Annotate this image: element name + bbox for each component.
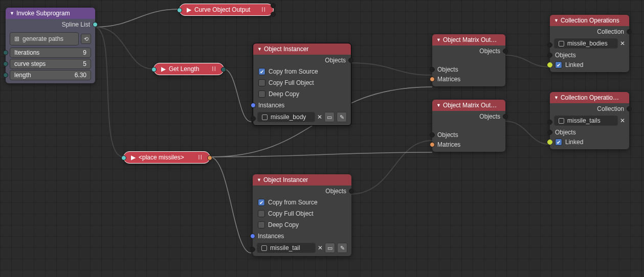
eyedropper-icon[interactable]: ✎ [337, 243, 347, 253]
socket-objects-out[interactable] [503, 49, 508, 54]
drag-icon[interactable]: II [261, 6, 266, 13]
socket-collection-out[interactable] [627, 29, 632, 34]
node-object-matrix-out-2[interactable]: ▼ Object Matrix Out… Objects Objects Mat… [432, 100, 505, 152]
node-header[interactable]: ▼ Collection Operatio… [550, 92, 629, 103]
socket-out[interactable] [221, 67, 226, 72]
deep-copy-row[interactable]: Deep Copy [253, 219, 351, 230]
node-header[interactable]: ▼ Invoke Subprogram [6, 8, 95, 19]
socket-objects-out[interactable] [348, 58, 353, 63]
socket-linked[interactable] [547, 62, 552, 67]
socket-curvesteps[interactable] [3, 61, 8, 66]
collapse-icon[interactable]: ▼ [436, 37, 441, 42]
collection-field[interactable]: missile_bodies [554, 38, 618, 49]
checkbox-deep-copy[interactable] [258, 90, 265, 98]
length-field[interactable]: length 6.30 [10, 70, 91, 80]
collapse-icon[interactable]: ▼ [257, 177, 261, 182]
collapse-icon[interactable]: ▼ [436, 103, 441, 108]
socket-objects-in[interactable] [430, 132, 435, 137]
copy-full-row[interactable]: Copy Full Object [253, 77, 351, 88]
checkbox-copy-source[interactable]: ✔ [258, 68, 265, 75]
socket-collection-out[interactable] [627, 106, 632, 111]
object-icon [262, 114, 268, 120]
socket-matrices[interactable] [430, 142, 435, 147]
drag-icon[interactable]: II [198, 154, 203, 161]
collapse-icon[interactable]: ▼ [257, 47, 262, 52]
node-header[interactable]: ▼ Object Instancer [253, 43, 351, 55]
checkbox-linked[interactable]: ✔ [555, 138, 562, 146]
display-icon[interactable]: ▭ [324, 112, 335, 122]
socket-in[interactable] [177, 8, 182, 13]
node-collection-ops-1[interactable]: ▼ Collection Operations Collection missi… [550, 15, 629, 72]
socket-objects[interactable] [547, 53, 552, 58]
checkbox-deep-copy[interactable] [258, 221, 265, 228]
socket-objects-in[interactable] [430, 67, 435, 72]
node-place-missiles[interactable]: ▶ <place missiles> II [123, 151, 210, 164]
node-header[interactable]: ▼ Object Matrix Out… [432, 34, 505, 45]
collapse-icon[interactable]: ▼ [554, 18, 559, 23]
node-get-length[interactable]: ▶ Get Length II [153, 63, 224, 75]
socket-instances[interactable] [250, 234, 255, 239]
node-collection-ops-2[interactable]: ▼ Collection Operatio… Collection missil… [550, 92, 629, 149]
object-icon [261, 245, 267, 251]
copy-source-row[interactable]: ✔ Copy from Source [253, 197, 351, 208]
socket-length[interactable] [3, 73, 8, 78]
socket-collection-in[interactable] [547, 42, 552, 48]
object-field[interactable]: missile_body [257, 112, 315, 122]
copy-full-row[interactable]: Copy Full Object [253, 208, 351, 219]
node-invoke-subprogram[interactable]: ▼ Invoke Subprogram Spline List ⊞ genera… [6, 8, 95, 83]
node-object-instancer-1[interactable]: ▼ Object Instancer Objects ✔ Copy from S… [253, 43, 351, 126]
display-icon[interactable]: ▭ [325, 243, 335, 253]
curvesteps-field[interactable]: curve steps 5 [10, 59, 91, 69]
socket-out-bot[interactable] [271, 12, 276, 17]
socket-out-top[interactable] [271, 3, 276, 8]
output-row: Collection [550, 103, 629, 114]
node-curve-object-output[interactable]: ▶ Curve Object Output II [179, 4, 274, 16]
checkbox-linked[interactable]: ✔ [555, 61, 562, 68]
output-row: Collection [550, 26, 629, 37]
node-header[interactable]: ▼ Collection Operations [550, 15, 629, 26]
linked-row[interactable]: ✔ Linked [550, 61, 629, 72]
node-object-instancer-2[interactable]: ▼ Object Instancer Objects ✔ Copy from S… [253, 174, 351, 256]
link-button[interactable]: ⟲ [81, 34, 91, 44]
socket-objects[interactable] [547, 130, 552, 135]
generate-paths-button[interactable]: ⊞ generate paths [10, 32, 79, 45]
clear-icon[interactable]: ✕ [620, 40, 625, 47]
socket-object-in[interactable] [250, 247, 255, 252]
socket-out[interactable] [207, 155, 212, 160]
deep-copy-row[interactable]: Deep Copy [253, 88, 351, 100]
clear-icon[interactable]: ✕ [620, 117, 625, 124]
instances-row: Instances [253, 100, 351, 111]
eyedropper-icon[interactable]: ✎ [337, 112, 347, 122]
checkbox-copy-full[interactable] [258, 79, 265, 86]
checkbox-copy-full[interactable] [258, 210, 265, 217]
socket-matrices[interactable] [430, 77, 435, 82]
node-header[interactable]: ▼ Object Matrix Out… [432, 100, 505, 111]
collapse-icon[interactable]: ▼ [554, 95, 559, 100]
socket-objects-out[interactable] [503, 114, 508, 119]
checkbox-copy-source[interactable]: ✔ [258, 199, 265, 206]
socket-instances[interactable] [251, 103, 256, 108]
socket-output-spline[interactable] [93, 22, 98, 27]
socket-iterations[interactable] [3, 50, 8, 55]
socket-in[interactable] [151, 67, 157, 72]
socket-object-in[interactable] [251, 116, 256, 121]
copy-source-row[interactable]: ✔ Copy from Source [253, 66, 351, 77]
socket-in[interactable] [121, 155, 126, 160]
socket-objects-out[interactable] [349, 189, 354, 194]
node-object-matrix-out-1[interactable]: ▼ Object Matrix Out… Objects Objects Mat… [432, 34, 505, 86]
node-header[interactable]: ▼ Object Instancer [253, 174, 351, 186]
drag-icon[interactable]: II [212, 65, 216, 73]
socket-linked[interactable] [547, 140, 552, 145]
clear-icon[interactable]: ✕ [317, 113, 322, 121]
collapse-icon[interactable]: ▼ [10, 11, 14, 16]
socket-collection-in[interactable] [547, 120, 552, 125]
expand-icon[interactable]: ▶ [131, 154, 136, 161]
output-row: Objects [253, 55, 351, 66]
expand-icon[interactable]: ▶ [161, 65, 166, 73]
linked-row[interactable]: ✔ Linked [550, 138, 629, 149]
clear-icon[interactable]: ✕ [318, 244, 323, 251]
expand-icon[interactable]: ▶ [187, 6, 191, 13]
collection-field[interactable]: missile_tails [554, 116, 618, 126]
iterations-field[interactable]: Iterations 9 [10, 48, 91, 58]
object-field[interactable]: missile_tail [257, 243, 316, 253]
